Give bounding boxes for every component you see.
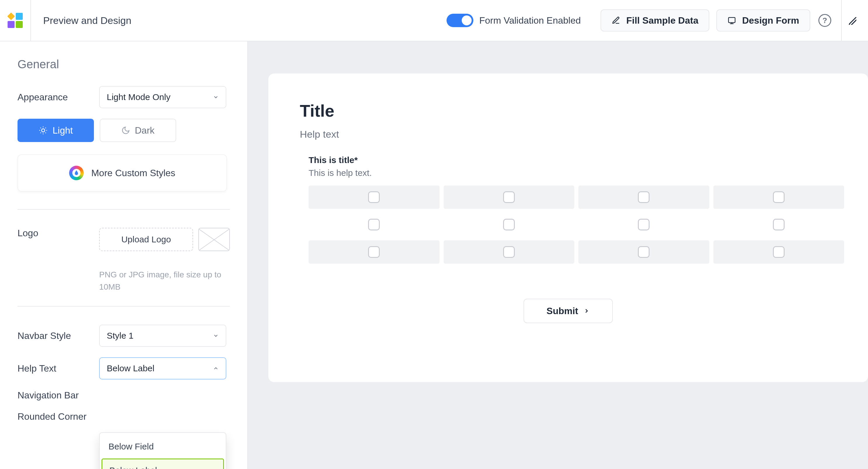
header: Preview and Design Form Validation Enabl… <box>0 0 868 41</box>
chevron-right-icon <box>583 308 590 314</box>
logo-hint: PNG or JPG image, file size up to 10MB <box>99 269 226 293</box>
form-validation-toggle[interactable] <box>446 14 473 27</box>
checkbox-cell <box>713 240 844 264</box>
checkbox[interactable] <box>773 219 784 230</box>
checkbox-cell <box>713 186 844 209</box>
svg-point-1 <box>42 129 45 132</box>
edit-icon[interactable] <box>847 16 856 25</box>
design-form-button[interactable]: Design Form <box>716 9 810 31</box>
checkbox-cell <box>309 240 439 264</box>
checkbox[interactable] <box>368 246 380 258</box>
design-form-label: Design Form <box>742 15 799 26</box>
app-logo-icon <box>8 13 23 28</box>
checkbox-cell <box>309 186 439 209</box>
checkbox[interactable] <box>773 191 784 203</box>
form-card: Title Help text This is title* This is h… <box>268 73 868 382</box>
checkbox-cell <box>444 186 575 209</box>
checkbox[interactable] <box>503 191 515 203</box>
theme-light-label: Light <box>53 125 73 136</box>
checkbox-cell <box>578 186 709 209</box>
checkbox[interactable] <box>503 219 515 230</box>
design-icon <box>727 16 736 25</box>
section-title-general: General <box>18 58 230 71</box>
checkbox[interactable] <box>773 246 784 258</box>
help-text-option-below-field[interactable]: Below Field <box>101 435 224 459</box>
more-custom-styles-button[interactable]: More Custom Styles <box>18 154 227 192</box>
field-title: This is title* <box>309 155 837 165</box>
navigation-bar-label: Navigation Bar <box>18 390 99 401</box>
fill-sample-data-label: Fill Sample Data <box>626 15 698 26</box>
submit-button[interactable]: Submit <box>524 299 613 323</box>
form-title: Title <box>300 101 837 121</box>
help-text-value: Below Label <box>107 364 154 373</box>
header-divider <box>841 0 842 41</box>
page-title: Preview and Design <box>43 15 131 26</box>
divider <box>18 209 230 210</box>
theme-light-button[interactable]: Light <box>18 119 94 142</box>
preview-area: Title Help text This is title* This is h… <box>248 41 868 469</box>
navbar-style-select[interactable]: Style 1 <box>99 324 226 347</box>
logo-preview-placeholder <box>198 228 230 251</box>
checkbox-cell <box>309 213 439 236</box>
divider <box>18 306 230 307</box>
checkbox[interactable] <box>368 191 380 203</box>
moon-icon <box>121 126 130 135</box>
rounded-corner-label: Rounded Corner <box>18 411 99 422</box>
form-validation-toggle-wrap: Form Validation Enabled <box>446 14 581 27</box>
logo-label: Logo <box>18 228 99 239</box>
field-help: This is help text. <box>309 168 837 178</box>
checkbox-cell <box>578 213 709 236</box>
help-text-select[interactable]: Below Label <box>99 357 226 379</box>
checkbox[interactable] <box>368 219 380 230</box>
checkbox-cell <box>578 240 709 264</box>
theme-dark-label: Dark <box>135 125 155 136</box>
appearance-select[interactable]: Light Mode Only <box>99 86 226 108</box>
help-text-dropdown: Below Field Below Label <box>99 432 226 469</box>
navbar-style-label: Navbar Style <box>18 331 99 341</box>
checkbox-grid <box>309 186 844 264</box>
theme-dark-button[interactable]: Dark <box>100 119 176 142</box>
checkbox-cell <box>444 240 575 264</box>
form-validation-label: Form Validation Enabled <box>479 15 581 26</box>
upload-logo-label: Upload Logo <box>121 234 171 244</box>
svg-rect-0 <box>728 18 735 23</box>
upload-logo-button[interactable]: Upload Logo <box>99 228 193 251</box>
checkbox[interactable] <box>503 246 515 258</box>
chevron-down-icon <box>213 333 219 339</box>
checkbox-cell <box>713 213 844 236</box>
chevron-up-icon <box>213 366 219 371</box>
option-label: Below Label <box>110 466 157 469</box>
navbar-style-value: Style 1 <box>107 331 133 341</box>
help-icon[interactable]: ? <box>818 14 831 27</box>
checkbox[interactable] <box>638 219 650 230</box>
app-logo-cell <box>0 0 31 41</box>
fill-sample-data-button[interactable]: Fill Sample Data <box>600 9 709 31</box>
appearance-value: Light Mode Only <box>107 92 170 102</box>
form-help: Help text <box>300 129 837 140</box>
sun-icon <box>38 126 48 135</box>
pencil-underline-icon <box>612 16 620 25</box>
appearance-label: Appearance <box>18 92 99 103</box>
help-text-label: Help Text <box>18 363 99 374</box>
submit-label: Submit <box>547 306 578 316</box>
checkbox-cell <box>444 213 575 236</box>
help-text-option-below-label[interactable]: Below Label <box>101 459 224 469</box>
more-custom-styles-label: More Custom Styles <box>91 168 175 179</box>
chevron-down-icon <box>213 94 219 100</box>
option-label: Below Field <box>108 442 154 451</box>
checkbox[interactable] <box>638 191 650 203</box>
checkbox[interactable] <box>638 246 650 258</box>
sidebar: General Appearance Light Mode Only Light <box>0 41 248 469</box>
